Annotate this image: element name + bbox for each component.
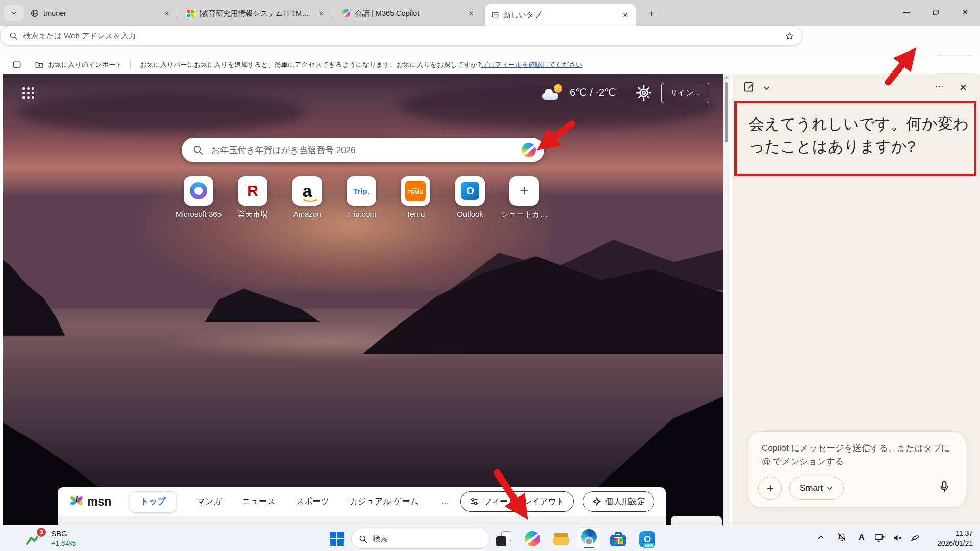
smart-mode-label: Smart [800,483,823,493]
shortcut-temu[interactable]: TEMU [401,176,430,206]
app-launcher-grid-icon[interactable] [22,87,35,99]
smart-mode-selector[interactable]: Smart [789,477,844,500]
shortcut-outlook[interactable]: O [455,176,485,206]
window-minimize-button[interactable] [891,0,921,24]
tray-display-pen[interactable] [874,532,885,543]
tray-volume-muted[interactable] [892,532,903,543]
tab-new-tab-active[interactable]: 新しいタブ ✕ [485,4,636,26]
plus-icon: + [520,182,529,199]
taskbar-copilot-button[interactable] [525,531,540,546]
weather-widget[interactable]: 6℃ / -2℃ [542,84,616,101]
tab-divider [179,8,179,18]
tab-tmuner-system[interactable]: |教育研究用情報システム| | TMUNER ✕ [181,4,332,22]
shortcut-label: Trip.com [333,210,389,218]
tray-notifications-off[interactable] [836,532,847,543]
personalize-button[interactable]: 個人用設定 [583,491,655,512]
edge-browser-button-active[interactable] [578,527,600,549]
sidebar-pane-icon[interactable] [12,60,21,69]
shortcut-label: 楽天市場 [225,210,281,219]
tab-close-button[interactable]: ✕ [315,8,327,19]
feed-layout-label: フィードのレイアウト [483,496,564,507]
page-scrollbar[interactable] [723,74,730,525]
scroll-up-arrow[interactable] [724,76,729,79]
feed-layout-button[interactable]: フィードのレイアウト [460,491,573,512]
windows-taskbar: 3 SBG +1.64% 検索 ONEW A [0,525,980,551]
ime-mode-indicator[interactable]: A [859,533,865,542]
shortcut-add-button[interactable]: + [509,176,539,206]
scrollbar-thumb[interactable] [725,82,728,142]
copilot-search-icon[interactable] [522,143,536,157]
tab-title: tmuner [43,9,157,17]
microsoft-logo-icon [187,10,194,17]
shortcut-label: Temu [387,210,444,218]
nav-more-button[interactable]: … [441,497,450,506]
tab-close-button[interactable]: ✕ [620,9,631,20]
panel-close-button[interactable]: ✕ [956,80,970,94]
sliders-icon [470,497,479,506]
tab-divider [334,8,334,18]
tray-time: 11:37 [922,528,973,538]
microsoft-store-button[interactable] [610,531,626,546]
tab-close-button[interactable]: ✕ [161,8,173,19]
shortcut-label: ショートカ… [496,210,552,219]
amazon-icon: a [303,183,312,199]
active-app-indicator [584,547,594,548]
nav-tab-news[interactable]: ニュース [242,496,276,507]
address-placeholder: 検索または Web アドレスを入力 [23,31,785,41]
weather-temperature: 6℃ / -2℃ [570,86,616,98]
mic-button[interactable] [937,480,951,494]
nav-tab-top[interactable]: トップ [130,491,176,512]
tab-search-button[interactable] [4,5,23,21]
taskbar-search-box[interactable]: 検索 [351,529,490,549]
attach-plus-button[interactable]: + [758,477,782,500]
address-bar[interactable]: 検索または Web アドレスを入力 [0,26,802,46]
shortcut-microsoft365[interactable] [184,176,213,206]
nav-tab-sports[interactable]: スポーツ [296,496,329,507]
msn-wordmark[interactable]: msn [87,495,111,509]
window-close-button[interactable]: ✕ [950,0,980,24]
copilot-input-placeholder: Copilot にメッセージを送信する、またはタブに @ でメンションする [762,442,957,469]
new-chat-button[interactable] [743,80,756,93]
tab-m365-copilot[interactable]: 会話 | M365 Copilot ✕ [336,4,482,22]
newtab-page: 6℃ / -2℃ サイン… お年玉付き年賀はがき当選番号 2026 [3,74,723,525]
tray-show-hidden-icons[interactable] [817,534,825,541]
tab-close-button[interactable]: ✕ [465,8,477,19]
edge-profile-badge [585,537,593,545]
newtab-search-box[interactable]: お年玉付き年賀はがき当選番号 2026 [182,138,544,162]
check-profile-link[interactable]: プロフィールを確認してください [481,60,583,69]
sign-in-button[interactable]: サイン… [662,83,709,103]
favorite-star-button[interactable] [785,31,794,41]
speaker-mute-icon [892,532,903,543]
page-settings-button[interactable] [636,85,651,101]
rakuten-icon: R [247,182,258,199]
outlook-new-button[interactable]: ONEW [639,531,654,546]
nav-tab-manga[interactable]: マンガ [197,496,222,507]
file-explorer-button[interactable] [553,531,569,546]
tray-pen-ink[interactable] [910,532,921,543]
shortcut-tripcom[interactable]: Trip. [347,176,376,206]
gear-icon [636,85,651,101]
taskbar-clock[interactable]: 11:37 2026/01/21 [922,528,973,548]
stock-change: +1.64% [51,539,76,547]
annotation-red-box [734,101,976,176]
minimize-icon [903,12,910,13]
restore-icon [932,9,939,16]
shortcut-rakuten[interactable]: R [238,176,267,206]
partly-cloudy-icon [542,84,565,101]
window-restore-button[interactable] [921,0,950,24]
import-favorites-label[interactable]: お気に入りのインポート [48,60,122,69]
panel-more-button[interactable]: … [935,79,944,90]
shortcut-label: Outlook [442,210,498,218]
taskbar-search-placeholder: 検索 [373,534,388,544]
tripcom-icon: Trip. [353,187,370,195]
chevron-down-icon [827,485,833,491]
task-view-button[interactable] [496,531,511,546]
shortcut-amazon[interactable]: a [292,176,322,206]
tab-tmuner[interactable]: tmuner ✕ [24,4,178,22]
new-tab-button[interactable]: + [644,6,659,21]
copilot-input-card[interactable]: Copilot にメッセージを送信する、またはタブに @ でメンションする + … [748,431,966,508]
start-button[interactable] [330,532,344,546]
nav-tab-casual-games[interactable]: カジュアル ゲーム [350,496,419,507]
tab-title: |教育研究用情報システム| | TMUNER [199,9,311,18]
chat-history-dropdown[interactable] [763,85,770,91]
